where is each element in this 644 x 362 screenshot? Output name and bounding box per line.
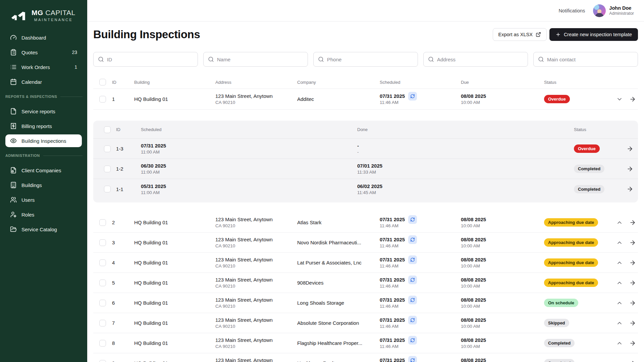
table-row[interactable]: 1 HQ Building 01 123 Main Street, Anytow… [93, 89, 638, 110]
refresh-button[interactable] [408, 356, 417, 362]
table-row[interactable]: 7 HQ Building 01 123 Main Street, Anytow… [93, 313, 638, 333]
notifications-link[interactable]: Notifications [558, 8, 585, 13]
search-input-id[interactable] [93, 52, 198, 67]
avatar[interactable] [593, 4, 606, 17]
expand-toggle-button[interactable] [615, 299, 624, 307]
panel-row[interactable]: 1-2 06/30 202511:00 AM 07/01 202511:33 A… [93, 159, 638, 179]
row-checkbox[interactable] [99, 219, 106, 226]
table-row[interactable]: 2 HQ Building 01 123 Main Street, Anytow… [93, 213, 638, 233]
open-row-button[interactable] [629, 279, 637, 287]
select-all-checkbox[interactable] [99, 79, 106, 85]
expand-toggle-button[interactable] [615, 259, 624, 267]
cell-address: 123 Main Street, AnytownCA 90210 [215, 93, 297, 105]
sidebar-item-service-catalog[interactable]: Service Catalog [5, 223, 82, 236]
refresh-button[interactable] [408, 276, 417, 284]
row-checkbox[interactable] [99, 280, 106, 286]
table-row[interactable]: 6 HQ Building 01 123 Main Street, Anytow… [93, 293, 638, 313]
status-badge: Approaching due date [544, 238, 598, 247]
row-checkbox[interactable] [99, 96, 106, 103]
row-checkbox[interactable] [99, 239, 106, 246]
open-row-button[interactable] [629, 239, 637, 247]
expand-toggle-button[interactable] [615, 319, 624, 327]
search-input-name[interactable] [203, 52, 308, 67]
row-checkbox[interactable] [99, 259, 106, 266]
expand-toggle-button[interactable] [615, 219, 624, 227]
status-badge: Completed [574, 165, 604, 173]
table-row[interactable]: 4 HQ Building 01 123 Main Street, Anytow… [93, 253, 638, 273]
row-checkbox[interactable] [99, 340, 106, 347]
refresh-button[interactable] [408, 336, 417, 345]
panel-row-checkbox[interactable] [104, 166, 111, 172]
cell-done: -- [357, 143, 574, 155]
refresh-button[interactable] [408, 92, 417, 101]
search-input-main-contact[interactable] [533, 52, 638, 67]
user-name: John Doe [609, 5, 634, 11]
sidebar-item-calendar[interactable]: Calendar [5, 75, 82, 88]
expand-toggle-button[interactable] [615, 95, 624, 103]
sidebar-item-building-inspections[interactable]: Building Inspections [5, 134, 82, 147]
table-row[interactable]: 5 HQ Building 01 123 Main Street, Anytow… [93, 273, 638, 293]
panel-row-checkbox[interactable] [104, 145, 111, 152]
sidebar-item-service-reports[interactable]: Service reports [5, 105, 82, 118]
panel-row[interactable]: 1-3 07/31 202511:00 AM -- Overdue [93, 139, 638, 159]
cell-id: 9 [112, 360, 134, 362]
panel-row-checkbox[interactable] [104, 186, 111, 192]
cell-company: Long Shoals Storage [297, 300, 380, 306]
open-row-button[interactable] [629, 299, 637, 307]
refresh-button[interactable] [408, 215, 417, 224]
filters-bar [93, 52, 638, 67]
expand-toggle-button[interactable] [615, 339, 624, 347]
open-row-button[interactable] [629, 339, 637, 347]
row-checkbox[interactable] [99, 320, 106, 326]
row-checkbox[interactable] [99, 300, 106, 306]
open-row-button[interactable] [629, 319, 637, 327]
open-row-button[interactable] [629, 95, 637, 103]
sidebar-item-buildings[interactable]: Buildings [5, 179, 82, 191]
cell-status: On schedule [544, 299, 612, 307]
search-icon [318, 56, 324, 62]
building-inspections-icon [10, 137, 17, 144]
open-row-button[interactable] [626, 185, 634, 193]
create-inspection-template-button[interactable]: Create new inspection template [549, 28, 638, 41]
cell-scheduled: 07/31 202511:00 AM [141, 143, 357, 155]
open-row-button[interactable] [626, 145, 634, 153]
open-row-button[interactable] [629, 259, 637, 267]
sidebar-item-quotes[interactable]: Quotes 23 [5, 46, 82, 59]
expand-toggle-button[interactable] [615, 359, 624, 362]
cell-id: 4 [112, 260, 134, 265]
open-row-button[interactable] [629, 359, 637, 362]
sidebar-item-label: Calendar [21, 79, 42, 85]
refresh-button[interactable] [408, 235, 417, 244]
status-badge: Approaching due date [544, 279, 598, 287]
sidebar-item-dashboard[interactable]: Dashboard [5, 31, 82, 44]
brand-name: MG CAPITAL [32, 9, 75, 16]
cell-building: HQ Building 01 [134, 300, 215, 306]
brand-logo: MG CAPITAL MAINTENANCE [0, 0, 87, 22]
panel-select-all-checkbox[interactable] [104, 126, 111, 133]
table-row[interactable]: 9 HQ Building 01 123 Main Street, Anytow… [93, 353, 638, 362]
open-row-button[interactable] [629, 219, 637, 227]
open-row-button[interactable] [626, 165, 634, 173]
sidebar-item-work-orders[interactable]: Work Orders 1 [5, 61, 82, 73]
cell-company: Healthcare Realty [297, 360, 380, 362]
panel-row[interactable]: 1-1 05/31 202511:00 AM 06/02 202511:45 A… [93, 179, 638, 199]
sidebar-item-client-companies[interactable]: Client Companies [5, 164, 82, 177]
expand-toggle-button[interactable] [615, 239, 624, 247]
user-menu[interactable]: John Doe Administrator [593, 4, 634, 17]
sidebar-item-roles[interactable]: Roles [5, 208, 82, 221]
expand-toggle-button[interactable] [615, 279, 624, 287]
export-xlsx-button[interactable]: Export as XLSX [493, 28, 547, 41]
refresh-button[interactable] [408, 316, 417, 324]
service-reports-icon [10, 108, 17, 115]
table-row[interactable]: 8 HQ Building 01 123 Main Street, Anytow… [93, 333, 638, 353]
search-input-address[interactable] [423, 52, 528, 67]
sidebar-item-users[interactable]: Users [5, 193, 82, 206]
refresh-button[interactable] [408, 255, 417, 264]
page-title: Building Inspections [93, 28, 200, 41]
sidebar-item-billing-reports[interactable]: Billing reports [5, 120, 82, 132]
refresh-button[interactable] [408, 296, 417, 304]
cell-building: HQ Building 01 [134, 340, 215, 346]
table-row[interactable]: 3 HQ Building 01 123 Main Street, Anytow… [93, 233, 638, 253]
row-checkbox[interactable] [99, 360, 106, 362]
search-input-phone[interactable] [313, 52, 418, 67]
